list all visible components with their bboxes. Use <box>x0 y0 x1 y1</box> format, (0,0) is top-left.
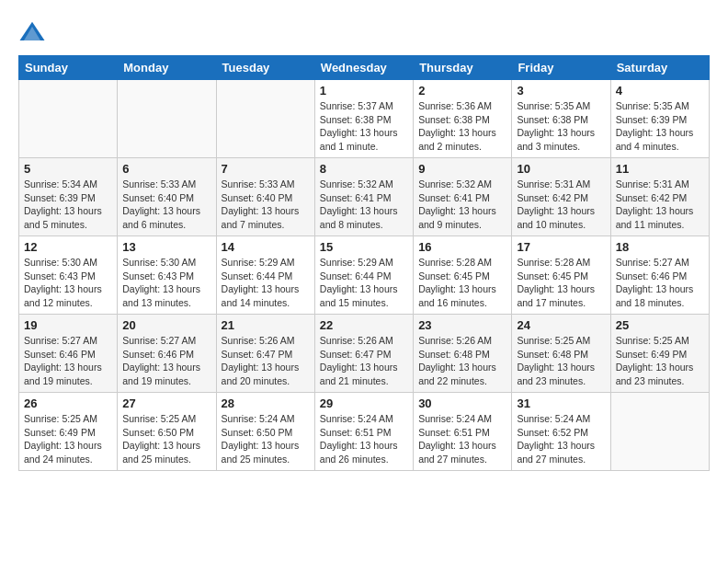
calendar-cell: 6Sunrise: 5:33 AMSunset: 6:40 PMDaylight… <box>118 158 216 236</box>
day-info: Sunrise: 5:29 AMSunset: 6:44 PMDaylight:… <box>222 256 310 310</box>
calendar-cell: 22Sunrise: 5:26 AMSunset: 6:47 PMDayligh… <box>314 315 413 393</box>
day-info: Sunrise: 5:32 AMSunset: 6:41 PMDaylight:… <box>418 178 506 232</box>
day-info: Sunrise: 5:35 AMSunset: 6:39 PMDaylight:… <box>616 99 704 154</box>
day-info: Sunrise: 5:28 AMSunset: 6:45 PMDaylight:… <box>418 256 506 310</box>
column-header-monday: Monday <box>118 56 216 80</box>
calendar-cell: 31Sunrise: 5:24 AMSunset: 6:52 PMDayligh… <box>512 393 610 471</box>
day-info: Sunrise: 5:32 AMSunset: 6:41 PMDaylight:… <box>320 178 408 232</box>
calendar-cell: 30Sunrise: 5:24 AMSunset: 6:51 PMDayligh… <box>414 393 512 471</box>
day-info: Sunrise: 5:29 AMSunset: 6:44 PMDaylight:… <box>320 256 408 310</box>
day-info: Sunrise: 5:25 AMSunset: 6:50 PMDaylight:… <box>122 412 210 466</box>
day-number: 24 <box>517 318 605 332</box>
calendar-cell: 2Sunrise: 5:36 AMSunset: 6:38 PMDaylight… <box>414 80 512 158</box>
day-number: 18 <box>616 240 704 254</box>
day-number: 14 <box>222 240 310 254</box>
day-info: Sunrise: 5:24 AMSunset: 6:52 PMDaylight:… <box>517 412 605 466</box>
calendar-cell <box>118 80 216 158</box>
week-row-3: 12Sunrise: 5:30 AMSunset: 6:43 PMDayligh… <box>19 236 710 315</box>
day-number: 12 <box>24 240 112 254</box>
calendar-cell: 27Sunrise: 5:25 AMSunset: 6:50 PMDayligh… <box>118 393 216 471</box>
day-info: Sunrise: 5:25 AMSunset: 6:49 PMDaylight:… <box>616 334 704 388</box>
logo-icon <box>18 18 46 46</box>
day-info: Sunrise: 5:27 AMSunset: 6:46 PMDaylight:… <box>24 334 112 388</box>
day-number: 25 <box>616 318 704 332</box>
week-row-2: 5Sunrise: 5:34 AMSunset: 6:39 PMDaylight… <box>19 158 710 236</box>
calendar-cell <box>19 80 118 158</box>
column-header-friday: Friday <box>512 56 610 80</box>
calendar-header-row: SundayMondayTuesdayWednesdayThursdayFrid… <box>19 56 710 80</box>
calendar-cell: 4Sunrise: 5:35 AMSunset: 6:39 PMDaylight… <box>610 80 709 158</box>
calendar-table: SundayMondayTuesdayWednesdayThursdayFrid… <box>18 55 710 471</box>
calendar-cell: 12Sunrise: 5:30 AMSunset: 6:43 PMDayligh… <box>19 236 118 315</box>
day-number: 22 <box>320 318 408 332</box>
day-info: Sunrise: 5:35 AMSunset: 6:38 PMDaylight:… <box>517 99 605 154</box>
day-number: 10 <box>517 162 605 176</box>
day-number: 9 <box>418 162 506 176</box>
calendar-cell: 29Sunrise: 5:24 AMSunset: 6:51 PMDayligh… <box>314 393 413 471</box>
calendar-cell: 3Sunrise: 5:35 AMSunset: 6:38 PMDaylight… <box>512 80 610 158</box>
day-info: Sunrise: 5:31 AMSunset: 6:42 PMDaylight:… <box>517 178 605 232</box>
column-header-wednesday: Wednesday <box>314 56 413 80</box>
calendar-cell: 14Sunrise: 5:29 AMSunset: 6:44 PMDayligh… <box>216 236 314 315</box>
calendar-cell: 20Sunrise: 5:27 AMSunset: 6:46 PMDayligh… <box>118 315 216 393</box>
day-info: Sunrise: 5:25 AMSunset: 6:48 PMDaylight:… <box>517 334 605 388</box>
day-info: Sunrise: 5:31 AMSunset: 6:42 PMDaylight:… <box>616 178 704 232</box>
column-header-saturday: Saturday <box>610 56 709 80</box>
day-number: 27 <box>122 396 210 410</box>
day-info: Sunrise: 5:33 AMSunset: 6:40 PMDaylight:… <box>222 178 310 232</box>
week-row-4: 19Sunrise: 5:27 AMSunset: 6:46 PMDayligh… <box>19 315 710 393</box>
day-number: 7 <box>222 162 310 176</box>
day-number: 30 <box>418 396 506 410</box>
day-number: 20 <box>122 318 210 332</box>
day-number: 16 <box>418 240 506 254</box>
calendar-cell: 19Sunrise: 5:27 AMSunset: 6:46 PMDayligh… <box>19 315 118 393</box>
day-number: 26 <box>24 396 112 410</box>
day-info: Sunrise: 5:28 AMSunset: 6:45 PMDaylight:… <box>517 256 605 310</box>
calendar-cell: 13Sunrise: 5:30 AMSunset: 6:43 PMDayligh… <box>118 236 216 315</box>
day-number: 28 <box>222 396 310 410</box>
calendar-cell <box>216 80 314 158</box>
calendar-cell: 17Sunrise: 5:28 AMSunset: 6:45 PMDayligh… <box>512 236 610 315</box>
day-info: Sunrise: 5:30 AMSunset: 6:43 PMDaylight:… <box>122 256 210 310</box>
calendar-cell <box>610 393 709 471</box>
calendar-cell: 11Sunrise: 5:31 AMSunset: 6:42 PMDayligh… <box>610 158 709 236</box>
calendar-cell: 8Sunrise: 5:32 AMSunset: 6:41 PMDaylight… <box>314 158 413 236</box>
day-number: 31 <box>517 396 605 410</box>
day-number: 4 <box>616 84 704 98</box>
day-info: Sunrise: 5:37 AMSunset: 6:38 PMDaylight:… <box>320 99 408 154</box>
day-number: 6 <box>122 162 210 176</box>
day-number: 8 <box>320 162 408 176</box>
column-header-sunday: Sunday <box>19 56 118 80</box>
day-number: 5 <box>24 162 112 176</box>
page-header <box>18 18 710 46</box>
day-info: Sunrise: 5:36 AMSunset: 6:38 PMDaylight:… <box>418 99 506 154</box>
day-number: 21 <box>222 318 310 332</box>
day-number: 23 <box>418 318 506 332</box>
day-number: 13 <box>122 240 210 254</box>
day-number: 11 <box>616 162 704 176</box>
day-info: Sunrise: 5:24 AMSunset: 6:51 PMDaylight:… <box>320 412 408 466</box>
calendar-cell: 23Sunrise: 5:26 AMSunset: 6:48 PMDayligh… <box>414 315 512 393</box>
calendar-cell: 7Sunrise: 5:33 AMSunset: 6:40 PMDaylight… <box>216 158 314 236</box>
day-info: Sunrise: 5:26 AMSunset: 6:48 PMDaylight:… <box>418 334 506 388</box>
day-info: Sunrise: 5:24 AMSunset: 6:51 PMDaylight:… <box>418 412 506 466</box>
calendar-cell: 9Sunrise: 5:32 AMSunset: 6:41 PMDaylight… <box>414 158 512 236</box>
day-info: Sunrise: 5:26 AMSunset: 6:47 PMDaylight:… <box>320 334 408 388</box>
week-row-5: 26Sunrise: 5:25 AMSunset: 6:49 PMDayligh… <box>19 393 710 471</box>
day-number: 17 <box>517 240 605 254</box>
day-number: 19 <box>24 318 112 332</box>
logo <box>18 18 51 46</box>
day-number: 1 <box>320 84 408 98</box>
column-header-thursday: Thursday <box>414 56 512 80</box>
day-info: Sunrise: 5:33 AMSunset: 6:40 PMDaylight:… <box>122 178 210 232</box>
calendar-cell: 21Sunrise: 5:26 AMSunset: 6:47 PMDayligh… <box>216 315 314 393</box>
calendar-cell: 18Sunrise: 5:27 AMSunset: 6:46 PMDayligh… <box>610 236 709 315</box>
day-info: Sunrise: 5:26 AMSunset: 6:47 PMDaylight:… <box>222 334 310 388</box>
day-info: Sunrise: 5:25 AMSunset: 6:49 PMDaylight:… <box>24 412 112 466</box>
calendar-cell: 5Sunrise: 5:34 AMSunset: 6:39 PMDaylight… <box>19 158 118 236</box>
day-info: Sunrise: 5:34 AMSunset: 6:39 PMDaylight:… <box>24 178 112 232</box>
day-info: Sunrise: 5:27 AMSunset: 6:46 PMDaylight:… <box>122 334 210 388</box>
calendar-cell: 24Sunrise: 5:25 AMSunset: 6:48 PMDayligh… <box>512 315 610 393</box>
calendar-cell: 10Sunrise: 5:31 AMSunset: 6:42 PMDayligh… <box>512 158 610 236</box>
day-info: Sunrise: 5:30 AMSunset: 6:43 PMDaylight:… <box>24 256 112 310</box>
